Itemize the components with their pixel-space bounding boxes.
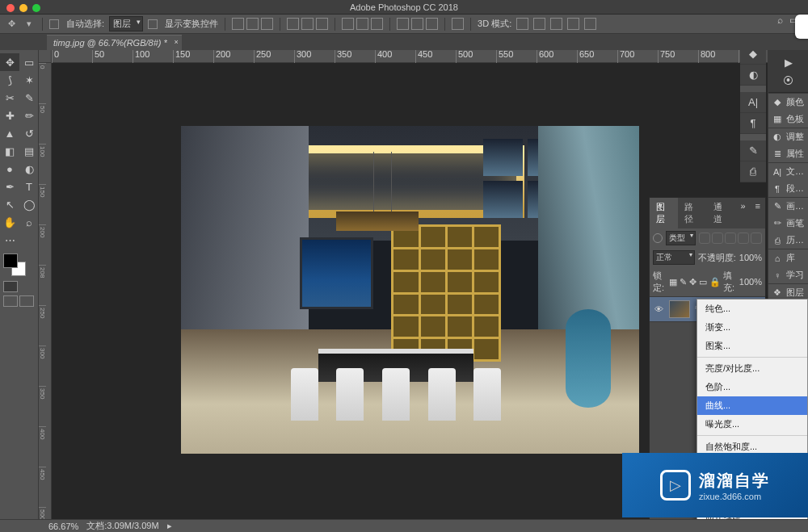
ruler-horizontal[interactable]: 0501001502002503003504004505005506006507… <box>52 50 768 63</box>
record-action-icon[interactable]: ⦿ <box>772 71 805 89</box>
search-icon[interactable]: ⌕ <box>777 15 783 26</box>
dist-2-icon[interactable] <box>356 18 368 30</box>
rail-item[interactable]: ≣属性 <box>768 145 808 162</box>
align-left-icon[interactable] <box>287 18 299 30</box>
play-action-icon[interactable]: ▶ <box>772 53 805 71</box>
panel-collapse-icon[interactable]: » <box>735 198 750 228</box>
rail-item[interactable]: ✎画… <box>768 198 808 215</box>
layer-thumbnail[interactable] <box>669 300 690 318</box>
move-tool[interactable]: ✥ <box>0 53 19 71</box>
rail-item[interactable]: ◆颜色 <box>768 94 808 111</box>
screen-mode-1-icon[interactable] <box>3 295 18 307</box>
align-buttons[interactable] <box>232 18 273 30</box>
standard-mode-icon[interactable] <box>3 281 18 292</box>
heal-tool[interactable]: ✚ <box>0 107 19 124</box>
filter-adjust-icon[interactable] <box>712 232 723 244</box>
edit-toolbar[interactable]: ⋯ <box>0 231 19 249</box>
filter-type-icon[interactable] <box>725 232 736 244</box>
ruler-vertical[interactable]: 050100150200208250300350400450500550 <box>39 63 52 519</box>
crop-tool[interactable]: ✂ <box>0 89 19 107</box>
auto-select-checkbox[interactable] <box>49 19 59 29</box>
rail-item[interactable]: ▦色板 <box>768 111 808 128</box>
screen-mode-2-icon[interactable] <box>19 295 34 307</box>
history-brush-tool[interactable]: ↺ <box>19 124 39 142</box>
blur-tool[interactable]: ● <box>0 160 19 178</box>
stamp-tool[interactable]: ▲ <box>0 124 19 142</box>
filter-shape-icon[interactable] <box>738 232 749 244</box>
rail-item[interactable]: ⌂库 <box>768 249 808 266</box>
rail-item[interactable]: A|文… <box>768 163 808 180</box>
quick-select-tool[interactable]: ✶ <box>19 71 39 89</box>
zoom-level[interactable]: 66.67% <box>48 522 78 531</box>
marquee-tool[interactable]: ▭ <box>19 53 39 71</box>
3d-roll-icon[interactable] <box>533 18 545 30</box>
distribute-buttons[interactable] <box>342 18 383 30</box>
zoom-tool[interactable]: ⌕ <box>19 213 39 231</box>
path-select-tool[interactable]: ↖ <box>0 195 19 213</box>
lock-pixel-icon[interactable]: ✎ <box>680 277 687 287</box>
blend-mode-dropdown[interactable]: 正常 <box>653 250 695 265</box>
3d-pan-icon[interactable] <box>550 18 562 30</box>
hand-tool[interactable]: ✋ <box>0 213 19 231</box>
menu-item[interactable]: 图案... <box>697 337 807 355</box>
dock-para-icon[interactable]: ¶ <box>740 113 766 134</box>
3d-slide-icon[interactable] <box>567 18 579 30</box>
foreground-swatch[interactable] <box>3 253 18 268</box>
rail-item[interactable]: ✏画笔 <box>768 215 808 232</box>
dock-brush-icon[interactable]: ✎ <box>740 140 766 161</box>
opacity-value[interactable]: 100% <box>739 253 762 262</box>
show-transform-checkbox[interactable] <box>148 19 158 29</box>
dist-5-icon[interactable] <box>411 18 423 30</box>
ruler-origin[interactable] <box>39 50 52 63</box>
menu-item[interactable]: 亮度/对比度... <box>697 359 807 378</box>
menu-item[interactable]: 曝光度... <box>697 415 807 434</box>
document-image[interactable] <box>181 126 639 454</box>
dock-history-icon[interactable]: ⎙ <box>740 161 766 182</box>
align-hcenter-icon[interactable] <box>301 18 314 30</box>
layer-filter-kind[interactable]: 类型 <box>666 231 696 245</box>
tab-paths[interactable]: 路径 <box>678 198 706 228</box>
rail-item[interactable]: ♀学习 <box>768 266 808 283</box>
doc-size[interactable]: 文档:3.09M/3.09M <box>86 520 158 532</box>
menu-item[interactable]: 色阶... <box>697 378 807 396</box>
tab-layers[interactable]: 图层 <box>650 198 678 228</box>
document-tab[interactable]: timg.jpg @ 66.7%(RGB/8#) * × <box>47 35 182 50</box>
distribute-h-buttons[interactable] <box>397 18 438 30</box>
pen-tool[interactable]: ✒ <box>0 178 19 195</box>
auto-select-dropdown[interactable]: 图层 <box>109 16 143 31</box>
color-swatches[interactable] <box>3 253 26 276</box>
visibility-eye-icon[interactable]: 👁 <box>653 304 664 314</box>
rail-item[interactable]: ¶段… <box>768 180 808 197</box>
align-vcenter-icon[interactable] <box>246 18 259 30</box>
lock-all-icon[interactable]: ▦ <box>669 277 677 287</box>
lock-pos-icon[interactable]: ✥ <box>689 277 696 287</box>
align-top-icon[interactable] <box>232 18 244 30</box>
gradient-tool[interactable]: ▤ <box>19 142 39 160</box>
lock-artboard-icon[interactable]: ▭ <box>699 277 707 287</box>
quick-mask-toggle[interactable] <box>3 281 35 292</box>
shape-tool[interactable]: ◯ <box>19 195 39 213</box>
zoom-icon[interactable] <box>32 4 40 12</box>
align-right-icon[interactable] <box>316 18 328 30</box>
close-icon[interactable] <box>6 4 15 12</box>
tool-preset-dropdown-icon[interactable]: ▾ <box>23 18 36 31</box>
minimize-icon[interactable] <box>19 4 27 12</box>
align-bottom-icon[interactable] <box>261 18 273 30</box>
rail-item[interactable]: ⎙历… <box>768 232 808 249</box>
tab-channels[interactable]: 通道 <box>707 198 735 228</box>
dock-color-icon[interactable]: ◆ <box>740 44 766 65</box>
screen-mode[interactable] <box>3 295 35 307</box>
brush-tool[interactable]: ✏ <box>19 107 39 124</box>
dock-adjust-icon[interactable]: ◐ <box>740 65 766 86</box>
menu-item[interactable]: 纯色... <box>697 300 807 318</box>
filter-smart-icon[interactable] <box>751 232 762 244</box>
window-controls[interactable] <box>6 4 40 12</box>
dist-4-icon[interactable] <box>397 18 409 30</box>
layer-filter-search-icon[interactable] <box>653 233 663 243</box>
dist-6-icon[interactable] <box>426 18 438 30</box>
align-h-buttons[interactable] <box>287 18 328 30</box>
filter-pixel-icon[interactable] <box>699 232 710 244</box>
menu-item[interactable]: 曲线... <box>697 396 807 415</box>
rail-item[interactable]: ◐调整 <box>768 128 808 145</box>
status-dropdown-icon[interactable]: ▸ <box>167 521 172 531</box>
